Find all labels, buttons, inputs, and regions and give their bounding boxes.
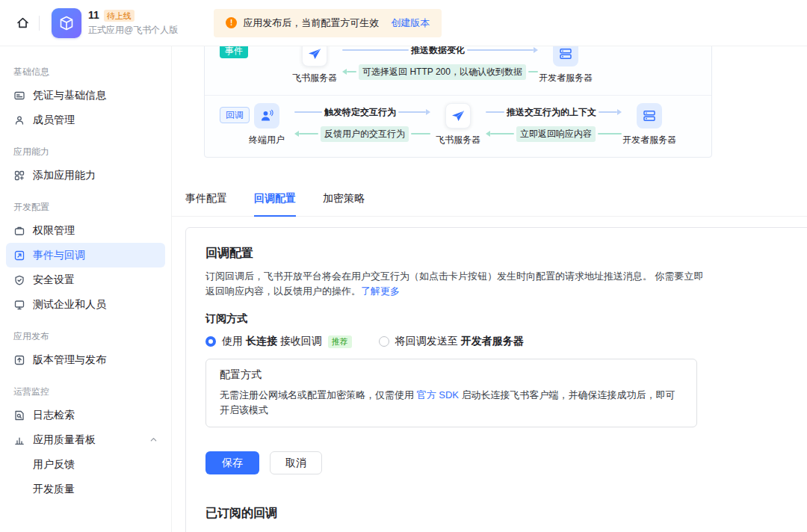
tab-encryption-policy[interactable]: 加密策略 <box>323 192 365 216</box>
sidebar-group-dev-config: 开发配置 权限管理 事件与回调 安全设置 测试企业和人员 <box>6 194 165 317</box>
end-user-icon <box>254 103 279 129</box>
sidebar-item-security[interactable]: 安全设置 <box>6 267 165 292</box>
radio-developer-server[interactable]: 将回调发送至 开发者服务器 <box>379 335 524 348</box>
option-text: 接收回调 <box>277 335 322 347</box>
header-divider <box>39 16 40 31</box>
section-description: 订阅回调后，飞书开放平台将会在用户交互行为（如点击卡片按钮）发生时向配置的请求地… <box>205 269 711 299</box>
create-version-link[interactable]: 创建版本 <box>391 16 430 30</box>
tab-callback-config[interactable]: 回调配置 <box>254 192 296 217</box>
home-icon <box>16 16 30 30</box>
app-meta: 11 待上线 正式应用@飞书个人版 <box>88 9 178 37</box>
sidebar-item-credentials[interactable]: 凭证与基础信息 <box>6 83 165 108</box>
event-callback-diagram: 事件 飞书服务器 推送数据变化 可选择返回 HTTP 200，以确认收到数据 开… <box>204 31 712 158</box>
radio-unchecked-icon[interactable] <box>379 336 389 347</box>
sidebar-item-log-search[interactable]: 日志检索 <box>6 403 165 427</box>
node-label: 开发者服务器 <box>539 72 593 84</box>
warning-icon: ! <box>226 17 237 28</box>
sidebar-item-version-release[interactable]: 版本管理与发布 <box>6 347 165 372</box>
sidebar-group-capability: 应用能力 添加应用能力 <box>6 138 165 188</box>
recommended-badge: 推荐 <box>328 335 352 348</box>
node-label: 终端用户 <box>249 134 285 146</box>
bar-chart-icon <box>13 434 25 446</box>
arrow-label: 反馈用户的交互行为 <box>321 126 409 142</box>
description-text: 订阅回调后，飞书开放平台将会在用户交互行为（如点击卡片按钮）发生时向配置的请求地… <box>205 270 704 297</box>
arrow-label: 立即返回响应内容 <box>516 126 596 142</box>
group-label: 运营监控 <box>6 378 165 403</box>
node-label: 飞书服务器 <box>292 72 337 84</box>
event-callback-icon <box>13 250 25 262</box>
sidebar-item-label: 日志检索 <box>33 409 75 422</box>
radio-long-connection-label: 使用 长连接 接收回调 <box>222 335 322 348</box>
diagram-link: 推送交互行为的上下文 立即返回响应内容 <box>486 103 622 141</box>
chevron-up-icon[interactable] <box>149 436 158 444</box>
option-text: 将回调发送至 <box>395 335 461 347</box>
diagram-link: 推送数据变化 可选择返回 HTTP 200，以确认收到数据 <box>342 41 538 79</box>
diagram-callback-row: 回调 终端用户 触发特定交互行为 反馈用户的交互行为 飞书服务器 推送交互行为的… <box>205 103 711 149</box>
option-text: 使用 <box>222 335 246 347</box>
subscribed-callbacks-title: 已订阅的回调 <box>205 506 807 522</box>
main-content: 事件 飞书服务器 推送数据变化 可选择返回 HTTP 200，以确认收到数据 开… <box>172 0 807 532</box>
sidebar-group-basic: 基础信息 凭证与基础信息 成员管理 <box>6 58 165 132</box>
cancel-button[interactable]: 取消 <box>270 451 322 474</box>
sidebar-item-label: 版本管理与发布 <box>33 353 106 367</box>
banner-text: 应用发布后，当前配置方可生效 <box>243 16 379 30</box>
node-label: 开发者服务器 <box>622 134 676 146</box>
sidebar-item-label: 权限管理 <box>33 224 75 238</box>
sidebar-item-events-callbacks[interactable]: 事件与回调 <box>6 243 165 267</box>
radio-checked-icon[interactable] <box>205 336 216 347</box>
sidebar-item-label: 用户反馈 <box>33 458 75 471</box>
user-icon <box>13 114 25 126</box>
callback-badge: 回调 <box>220 107 250 123</box>
option-text-bold: 长连接 <box>246 335 277 347</box>
server-icon <box>637 103 662 129</box>
sidebar-item-label: 测试企业和人员 <box>33 298 106 312</box>
app-status-badge: 待上线 <box>104 10 134 22</box>
arrow-label: 触发特定交互行为 <box>324 106 396 119</box>
sidebar-group-release: 应用发布 版本管理与发布 <box>6 323 165 372</box>
top-header: 11 待上线 正式应用@飞书个人版 ! 应用发布后，当前配置方可生效 创建版本 <box>0 0 807 46</box>
sidebar-item-test-company[interactable]: 测试企业和人员 <box>6 292 165 317</box>
official-sdk-link[interactable]: 官方 SDK <box>417 389 459 400</box>
sidebar-item-members[interactable]: 成员管理 <box>6 108 165 132</box>
node-label: 飞书服务器 <box>436 134 480 146</box>
callback-config-card: 回调配置 订阅回调后，飞书开放平台将会在用户交互行为（如点击卡片按钮）发生时向配… <box>185 227 807 532</box>
sidebar-item-add-capability[interactable]: 添加应用能力 <box>6 163 165 188</box>
arrow-label: 推送交互行为的上下文 <box>507 106 596 119</box>
sidebar-item-user-feedback[interactable]: 用户反馈 <box>6 452 165 477</box>
feishu-logo-icon <box>445 103 471 129</box>
config-tabs: 事件配置 回调配置 加密策略 <box>172 192 807 217</box>
home-button[interactable] <box>12 13 33 34</box>
subscribe-method-title: 订阅方式 <box>205 312 807 326</box>
save-button[interactable]: 保存 <box>205 451 259 474</box>
monitor-icon <box>13 299 25 311</box>
sidebar-item-quality-dashboard[interactable]: 应用质量看板 <box>6 427 165 452</box>
app-logo[interactable] <box>52 8 81 38</box>
sidebar-item-dev-quality[interactable]: 开发质量 <box>6 477 165 501</box>
app-cube-icon <box>58 14 75 32</box>
briefcase-icon <box>13 225 25 237</box>
feishu-server-node: 飞书服务器 <box>287 41 342 84</box>
subscribe-method-options: 使用 长连接 接收回调 推荐 将回调发送至 开发者服务器 <box>205 335 807 348</box>
app-subtitle: 正式应用@飞书个人版 <box>88 24 178 37</box>
group-label: 应用发布 <box>6 323 165 347</box>
sidebar-item-label: 凭证与基础信息 <box>33 89 106 102</box>
sidebar: 基础信息 凭证与基础信息 成员管理 应用能力 添加应用能力 开发配置 权限管理 … <box>0 46 172 532</box>
sidebar-item-label: 添加应用能力 <box>33 169 96 182</box>
learn-more-link[interactable]: 了解更多 <box>361 285 400 297</box>
upload-icon <box>13 354 25 366</box>
group-label: 开发配置 <box>6 194 165 218</box>
diagram-link: 触发特定交互行为 反馈用户的交互行为 <box>294 103 430 141</box>
feishu-server-node: 飞书服务器 <box>430 103 486 146</box>
radio-developer-server-label: 将回调发送至 开发者服务器 <box>395 335 524 348</box>
tab-event-config[interactable]: 事件配置 <box>185 192 227 216</box>
sidebar-item-label: 开发质量 <box>33 483 75 496</box>
sidebar-item-label: 应用质量看板 <box>33 433 96 447</box>
group-label: 基础信息 <box>6 58 165 83</box>
release-banner: ! 应用发布后，当前配置方可生效 创建版本 <box>214 9 442 37</box>
id-card-icon <box>13 90 25 102</box>
sidebar-item-permissions[interactable]: 权限管理 <box>6 218 165 243</box>
sidebar-group-monitoring: 运营监控 日志检索 应用质量看板 用户反馈 开发质量 <box>6 378 165 501</box>
grid-plus-icon <box>13 170 25 182</box>
radio-long-connection[interactable]: 使用 长连接 接收回调 推荐 <box>205 335 352 348</box>
sidebar-item-label: 安全设置 <box>33 273 75 287</box>
